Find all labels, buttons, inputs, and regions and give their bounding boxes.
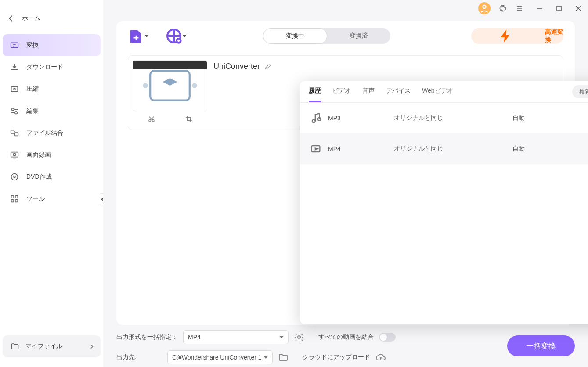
nav-label: ファイル結合 [26,129,63,137]
trim-icon[interactable] [148,115,155,123]
format-search [572,85,588,98]
format-tab-video[interactable]: ビデオ [332,81,351,102]
output-format-value: MP4 [188,334,201,341]
crop-icon[interactable] [185,115,193,123]
file-meta: UniConverter [213,60,271,125]
add-url-icon [166,28,182,44]
add-url-button[interactable] [166,28,182,44]
tab-label: Webビデオ [422,87,453,95]
format-row-mp4[interactable]: MP4 オリジナルと同じ 自動 [300,133,588,164]
svg-point-8 [13,153,16,156]
output-dest-select[interactable]: C:¥Wondershare UniConverter 1 [167,350,273,364]
convert-all-button[interactable]: 一括変換 [507,335,575,356]
svg-rect-14 [15,200,18,202]
svg-point-25 [298,336,300,338]
nav-label: 圧縮 [26,85,39,93]
cloud-upload-icon[interactable] [375,352,386,363]
svg-rect-13 [11,200,14,202]
chevron-right-icon [89,344,94,349]
format-row-mp3[interactable]: MP3 オリジナルと同じ 自動 [300,103,588,133]
chevron-left-icon [9,15,15,22]
nav-compress[interactable]: 圧縮 [3,78,101,100]
merge-toggle[interactable] [379,333,396,342]
format-tab-audio[interactable]: 音声 [362,81,375,102]
compress-icon [10,84,19,94]
svg-point-3 [12,108,14,111]
tab-label: デバイス [386,87,411,95]
nav-convert[interactable]: 変換 [3,34,101,56]
minimize-button[interactable] [536,5,543,12]
fast-convert-button[interactable]: 高速変換 [471,28,563,44]
chevron-down-icon [279,336,284,338]
format-rows: MP3 オリジナルと同じ 自動 MP4 オリジナルと同じ 自動 [300,103,588,324]
myfile-button[interactable]: マイファイル [3,335,101,357]
add-file-button[interactable] [128,28,144,44]
maximize-button[interactable] [556,5,563,12]
svg-point-2 [14,88,15,90]
format-tab-web[interactable]: Webビデオ [422,81,453,102]
home-button[interactable]: ホーム [0,6,103,31]
edit-icon [10,106,19,116]
nav-download[interactable]: ダウンロード [3,56,101,78]
format-search-input[interactable] [579,88,588,95]
nav-merge[interactable]: ファイル結合 [3,122,101,144]
format-name: MP3 [328,115,394,122]
home-label: ホーム [22,14,40,22]
lightning-icon [471,28,541,44]
main-area: 変換中 変換済 高速変換 [103,0,588,367]
folder-icon [11,342,19,351]
svg-rect-0 [11,43,18,48]
hamburger-icon[interactable] [515,4,524,13]
format-tabs: 履歴 ビデオ 音声 デバイス Webビデオ [300,81,588,103]
thumbnail-image[interactable] [133,60,207,111]
chevron-down-icon [182,35,187,37]
support-icon[interactable] [498,4,507,13]
close-button[interactable] [575,5,582,12]
open-folder-icon[interactable] [278,352,289,363]
nav-dvd[interactable]: DVD作成 [3,166,101,188]
segment-converted[interactable]: 変換済 [327,28,390,44]
format-quality: オリジナルと同じ [394,114,512,122]
nav-record[interactable]: 画面録画 [3,144,101,166]
settings-gear-icon[interactable] [294,332,304,342]
svg-rect-12 [15,196,18,198]
svg-point-21 [143,83,148,88]
titlebar [103,0,588,17]
segment-label: 変換中 [286,32,304,40]
convert-icon [10,40,19,50]
svg-point-15 [483,5,486,8]
status-segment: 変換中 変換済 [263,28,390,44]
nav-label: ダウンロード [26,63,63,71]
segment-converting[interactable]: 変換中 [263,28,327,44]
nav-edit[interactable]: 編集 [3,100,101,122]
output-format-row: 出力形式を一括指定： MP4 すべての動画を結合 [116,330,575,344]
rename-icon[interactable] [264,63,271,70]
format-tab-device[interactable]: デバイス [386,81,411,102]
nav-label: 変換 [26,41,39,49]
avatar[interactable] [478,2,491,14]
cta-label: 一括変換 [526,341,556,351]
svg-rect-17 [557,6,561,11]
output-dest-value: C:¥Wondershare UniConverter 1 [172,354,262,361]
svg-rect-5 [11,130,14,133]
segment-label: 変換済 [350,32,368,40]
myfile-label: マイファイル [25,342,62,350]
format-tab-history[interactable]: 履歴 [309,81,321,102]
record-icon [10,150,19,160]
merge-label: すべての動画を結合 [318,333,374,341]
merge-icon [10,128,19,138]
output-format-label: 出力形式を一括指定： [116,333,178,341]
nav-label: 編集 [26,107,39,115]
fast-label: 高速変換 [545,28,563,44]
svg-point-9 [11,174,18,180]
svg-point-4 [15,112,17,114]
file-title-row: UniConverter [213,62,271,71]
nav-tools[interactable]: ツール [3,188,101,210]
dvd-icon [10,172,19,182]
output-format-select[interactable]: MP4 [183,330,289,344]
video-file-icon [310,143,322,155]
content-toolbar: 変換中 変換済 高速変換 [116,21,575,51]
output-dest-label: 出力先: [116,353,137,361]
nav-label: DVD作成 [26,173,52,181]
add-file-icon [128,28,144,44]
